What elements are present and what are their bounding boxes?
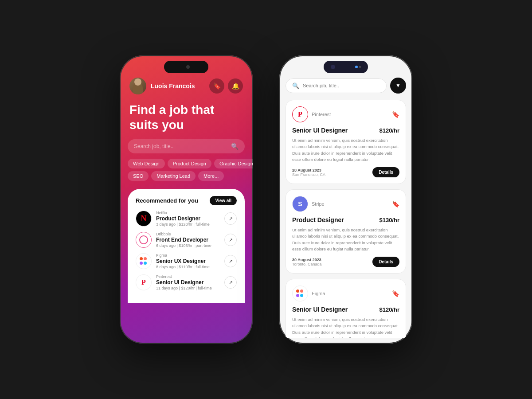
job-arrow-pinterest[interactable]: ↗ — [224, 276, 237, 289]
recommended-section: Recommended for you View all N Netflix P… — [128, 189, 245, 303]
di-right-cluster — [355, 66, 361, 68]
right-phone: 🔍 ▼ P Pinterest 🔖 Senior UI Designer — [279, 55, 412, 344]
company-info-pinterest: P Pinterest — [292, 106, 331, 122]
search-icon-right: 🔍 — [292, 82, 299, 89]
job-arrow-figma[interactable]: ↗ — [224, 255, 237, 267]
details-button-pinterest[interactable]: Details — [372, 167, 399, 177]
figma-logo-left — [136, 253, 152, 269]
title-row-figma: Senior UI Designer $120/hr — [292, 306, 399, 313]
job-item-pinterest[interactable]: P Pinterest Senior UI Designer 11 days a… — [136, 274, 237, 290]
job-info-pinterest: Pinterest Senior UI Designer 11 days ago… — [156, 274, 220, 290]
section-title: Recommended for you — [136, 197, 198, 204]
dynamic-island-left — [164, 61, 208, 73]
avatar — [129, 78, 146, 94]
salary-figma: $120/hr — [379, 306, 399, 313]
search-input-right[interactable] — [303, 83, 380, 88]
filter-icon: ▼ — [395, 82, 401, 89]
pinterest-logo-left: P — [136, 274, 152, 290]
job-title-figma: Senior UI Designer — [292, 306, 348, 313]
tags-row-2: SEO Marketing Lead More... — [128, 171, 245, 181]
filter-button[interactable]: ▼ — [390, 78, 406, 94]
avatar-section: Luois Francois — [129, 78, 195, 94]
notification-button[interactable]: 🔔 — [228, 78, 243, 94]
dribbble-logo — [136, 232, 152, 248]
tag-graphic-design[interactable]: Graphic Design — [214, 159, 253, 168]
job-info-dribbble: Dribbble Front End Developer 6 days ago … — [156, 232, 220, 248]
salary-stripe: $130/hr — [379, 217, 399, 223]
job-title-stripe: Product Designer — [292, 216, 344, 223]
bookmark-button[interactable]: 🔖 — [209, 78, 224, 94]
left-header: Luois Francois 🔖 🔔 — [128, 78, 245, 94]
di-sensor-dot — [359, 66, 361, 68]
user-name: Luois Francois — [151, 82, 195, 90]
job-arrow-netflix[interactable]: ↗ — [224, 212, 237, 225]
tags-row-1: Web Design Product Design Graphic Design — [128, 159, 245, 168]
details-button-stripe[interactable]: Details — [372, 257, 399, 267]
title-row-stripe: Product Designer $130/hr — [292, 216, 399, 223]
desc-stripe: Ut enim ad minim veniam, quis nostrud ex… — [292, 227, 399, 252]
company-info-figma: Figma — [292, 286, 325, 301]
header-icons: 🔖 🔔 — [209, 78, 243, 94]
job-item-figma[interactable]: Figma Senior UX Designer 8 days ago | $1… — [136, 253, 237, 269]
stripe-logo: S — [292, 196, 308, 212]
section-header: Recommended for you View all — [136, 196, 237, 205]
search-bar-left[interactable]: 🔍 — [128, 139, 245, 153]
job-info-netflix: Netflix Product Designer 3 days ago | $1… — [156, 211, 220, 227]
figma-logo-right — [292, 286, 308, 301]
tag-product-design[interactable]: Product Design — [168, 159, 211, 168]
search-icon-left: 🔍 — [231, 143, 239, 150]
title-row-pinterest: Senior UI Designer $120/hr — [292, 127, 399, 134]
tag-web-design[interactable]: Web Design — [128, 159, 165, 168]
company-name-figma: Figma — [312, 291, 325, 296]
desc-figma: Ut enim ad minim veniam, quis nostrud ex… — [292, 317, 399, 338]
desc-pinterest: Ut enim ad minim veniam, quis nostrud ex… — [292, 137, 399, 163]
job-arrow-dribbble[interactable]: ↗ — [224, 234, 237, 246]
company-name-stripe: Stripe — [312, 201, 325, 207]
job-item-netflix[interactable]: N Netflix Product Designer 3 days ago | … — [136, 211, 237, 227]
tag-seo[interactable]: SEO — [128, 171, 149, 181]
search-input-container[interactable]: 🔍 — [286, 78, 387, 93]
search-input-left[interactable] — [134, 143, 227, 149]
left-phone: Luois Francois 🔖 🔔 Find a job that suits… — [120, 55, 253, 344]
hero-title: Find a job that suits you — [128, 102, 245, 132]
job-info-figma: Figma Senior UX Designer 8 days ago | $1… — [156, 253, 220, 269]
bookmark-icon-pinterest[interactable]: 🔖 — [392, 111, 399, 118]
company-name-pinterest: Pinterest — [312, 112, 331, 117]
footer-stripe: 30 August 2023 Toronto, Canada Details — [292, 257, 399, 267]
job-card-figma: Figma 🔖 Senior UI Designer $120/hr Ut en… — [286, 279, 406, 338]
netflix-logo: N — [136, 211, 152, 227]
di-camera-dot — [355, 66, 358, 68]
tag-more[interactable]: More... — [198, 171, 224, 181]
job-card-pinterest: P Pinterest 🔖 Senior UI Designer $120/hr… — [286, 100, 406, 184]
bookmark-icon-figma[interactable]: 🔖 — [392, 290, 399, 297]
job-item-dribbble[interactable]: Dribbble Front End Developer 6 days ago … — [136, 232, 237, 248]
tag-marketing-lead[interactable]: Marketing Lead — [151, 171, 196, 181]
di-left-dot — [331, 65, 335, 69]
footer-pinterest: 28 August 2023 San Francisco, CA Details — [292, 167, 399, 177]
dynamic-island-right — [324, 61, 368, 73]
pinterest-logo-right: P — [292, 106, 308, 122]
search-bar-right: 🔍 ▼ — [286, 78, 406, 94]
bookmark-icon-stripe[interactable]: 🔖 — [392, 200, 399, 207]
job-title-pinterest: Senior UI Designer — [292, 127, 348, 134]
salary-pinterest: $120/hr — [379, 127, 399, 134]
job-card-stripe: S Stripe 🔖 Product Designer $130/hr Ut e… — [286, 189, 406, 274]
company-info-stripe: S Stripe — [292, 196, 325, 212]
camera-dot — [186, 65, 190, 69]
view-all-button[interactable]: View all — [210, 196, 237, 205]
